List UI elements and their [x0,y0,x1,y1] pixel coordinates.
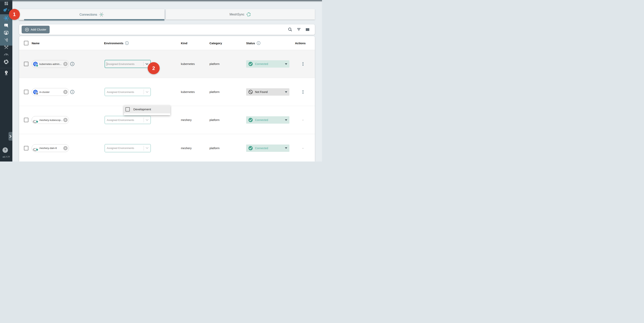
check-circle-icon [248,146,253,150]
status-select[interactable]: Connected [246,116,290,124]
row-checkbox[interactable] [24,118,28,122]
row-actions-empty: - [302,118,304,122]
environments-select[interactable]: Assigned Environments [105,60,151,68]
row-checkbox[interactable] [24,90,28,94]
sidebar-expand-button[interactable] [8,132,12,141]
table-header-row: Name Environments Kind Category Status A… [19,36,315,50]
user-avatar-icon [33,145,38,151]
column-header-name[interactable]: Name [32,41,40,45]
caret-down-icon [285,119,287,121]
sidebar-divider [0,68,12,68]
adapters-icon[interactable]: <> [0,23,12,28]
chevron-down-icon[interactable] [146,91,148,93]
plus-circle-icon [25,28,29,32]
status-info-icon[interactable] [256,41,260,45]
status-select[interactable]: Not Found [246,88,290,96]
filter-icon[interactable] [296,27,301,32]
view-column-icon[interactable] [305,27,310,32]
environments-select[interactable]: Assigned Environments [105,116,151,124]
row-actions-menu-icon[interactable] [301,61,305,67]
column-header-status-wrap: Status [246,41,260,45]
category-cell: platform [210,147,220,150]
select-all-checkbox[interactable] [24,41,28,45]
close-icon[interactable] [63,118,68,122]
environments-select[interactable]: Assigned Environments [105,144,151,152]
sidebar: <> [0,0,12,162]
kind-cell: kubernetes [181,62,195,66]
connections-table: Name Environments Kind Category Status A… [19,36,315,162]
status-select[interactable]: Connected [246,145,290,152]
environments-placeholder: Assigned Environments [107,63,144,66]
service-graph-icon[interactable] [0,38,12,43]
status-label: Not Found [255,90,268,94]
table-toolbar: Add Cluster [19,24,315,35]
chevron-down-icon[interactable] [146,63,148,65]
dashboard-icon[interactable] [0,1,12,6]
connection-info-icon[interactable] [70,62,74,66]
connection-name-chip[interactable]: kubernetes-admin... [32,60,69,68]
configuration-wrenches-icon[interactable] [0,45,12,50]
dropdown-option-development[interactable]: Development [124,105,170,113]
caret-down-icon [285,63,287,65]
category-cell: platform [210,62,220,66]
connection-name-chip[interactable]: in-cluster [32,88,69,96]
active-tab-indicator [24,19,164,21]
connection-name-chip[interactable]: meshery-dain-6 [32,144,69,152]
caret-down-icon [285,147,287,149]
performance-gauge-icon[interactable] [0,52,12,56]
help-icon[interactable]: ? [2,147,8,153]
extensions-pie-icon[interactable] [0,59,12,64]
close-icon[interactable] [63,146,68,150]
row-checkbox[interactable] [24,146,28,150]
connection-info-icon[interactable] [70,90,74,94]
environments-info-icon[interactable] [125,41,129,45]
environments-dropdown-menu: Development [124,105,170,115]
top-shadow [0,0,322,2]
column-header-status[interactable]: Status [246,41,255,45]
kind-cell: meshery [181,147,192,150]
table-row-in-cluster: in-cluster Assigned Environments kuberne… [19,78,315,106]
table-row-kubernetes-admin: kubernetes-admin... Assigned Environment… [19,50,315,78]
chevron-down-icon[interactable] [146,147,148,149]
search-icon[interactable] [288,27,292,32]
close-icon[interactable] [63,90,68,94]
connection-name: meshery-kubescop... [40,119,63,122]
option-checkbox[interactable] [126,107,130,112]
status-label: Connected [255,147,268,150]
add-cluster-label: Add Cluster [31,28,46,31]
kind-cell: kubernetes [181,90,195,94]
caret-down-icon [285,91,287,93]
meshsync-screen-icon[interactable] [0,30,12,35]
status-dot [36,148,38,151]
column-header-environments[interactable]: Environments [104,41,123,45]
annotation-marker-2: 2 [148,62,160,74]
annotation-marker-1: 1 [9,9,20,20]
blocked-circle-icon [248,90,253,94]
status-select[interactable]: Connected [246,60,290,68]
check-circle-icon [248,118,253,122]
category-cell: platform [210,118,220,122]
tab-meshsync[interactable]: MeshSync [166,9,315,20]
status-dot [36,92,38,95]
environments-select[interactable]: Assigned Environments [105,88,151,96]
column-header-kind[interactable]: Kind [181,41,187,45]
category-cell: platform [210,90,220,94]
row-checkbox[interactable] [24,62,28,66]
close-icon[interactable] [63,62,68,66]
row-actions-menu-icon[interactable] [301,89,305,95]
status-dot [36,64,38,67]
tab-meshsync-label: MeshSync [230,13,244,16]
tab-connections[interactable]: Connections [19,9,164,20]
status-label: Connected [255,118,268,122]
status-dot [36,120,38,123]
add-cluster-button[interactable]: Add Cluster [22,26,50,34]
connection-name: meshery-dain-6 [40,147,63,150]
column-header-actions[interactable]: Actions [295,41,306,45]
status-label: Connected [255,62,268,66]
toolbar-icons [288,24,310,35]
column-header-category[interactable]: Category [210,41,222,45]
chevron-down-icon[interactable] [146,119,148,121]
connection-name-chip[interactable]: meshery-kubescop... [32,116,69,124]
location-pin-icon[interactable] [0,70,12,75]
check-circle-icon [248,62,253,66]
